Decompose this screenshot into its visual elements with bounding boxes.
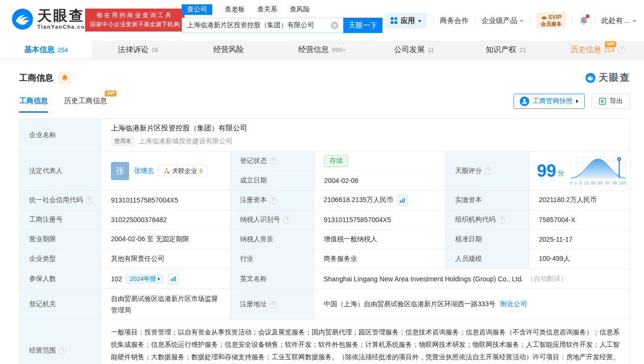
tab-business-info[interactable]: 经营信息999+ [276,41,368,59]
score-distribution-chart: 0131550859799100 [570,157,626,185]
search-area: 查公司 查老板 查关系 查风险 天眼一下 [182,4,382,33]
header-nav: 应用 商务合作 企业级产品 SVIP 会员服务 [385,12,636,29]
status-badge: 存续 [324,155,348,167]
help-icon[interactable]: ? [498,216,505,224]
help-icon[interactable]: ? [283,216,290,224]
industry-cell: 商务服务业 [314,249,445,268]
subsection-header: 工商信息 VIP 历史工商信息 工商官网快照 导出 [0,84,644,113]
tianyancha-logo[interactable]: 天眼查 TianYanCha.com [11,8,90,30]
divider [530,17,530,24]
legal-rep-avatar[interactable]: 张 [111,162,129,180]
address-cell: 中国（上海）自由贸易试验区临港新片区环湖西一路333号 附近公司 [314,289,630,320]
approval-date-cell: 2025-11-17 [529,230,630,249]
section-header: 工商信息 天眼查 [0,60,644,84]
help-icon[interactable]: ? [270,301,277,308]
auto-translate-note: （自动翻译） [527,275,567,283]
paid-capital-label: 实缴资本 [445,191,529,210]
promo-banner: 都在用的商业查询工具 国家中小企业发展子基金旗下机构 [85,9,185,32]
subtab-business-registration[interactable]: 工商信息 [19,96,48,113]
vip-badge: VIP [605,41,617,47]
taxpayer-quality-label: 纳税人资质 [230,230,314,249]
capital-chart-icon[interactable] [397,195,408,205]
tab-history-info[interactable]: VIP 历史信息214 ? [552,41,644,59]
reg-status-cell: 存续 [314,151,445,171]
search-input[interactable] [182,18,343,33]
svip-membership-badge[interactable]: SVIP 会员服务 [536,12,566,29]
tab-operation-risk[interactable]: 经营风险 [184,41,276,59]
help-icon[interactable]: ? [485,167,492,174]
tianyancha-watermark: 天眼查 [585,71,630,84]
notifications-bell[interactable] [579,16,589,25]
divider [475,17,475,24]
search-button[interactable]: 天眼一下 [343,18,382,33]
paid-capital-cell: 2021180.2万人民币 [529,191,630,210]
table-row: 经营范围? 一般项目：投资管理；以自有资金从事投资活动；会议及展览服务；国内贸易… [20,320,630,364]
search-tab-relation[interactable]: 查关系 [257,4,277,15]
nearby-companies-link[interactable]: 附近公司 [500,300,527,309]
table-row: 统一社会信用代码? 9131011575857004X5 注册资本? 21066… [20,191,630,210]
user-account-menu[interactable]: 此处有… [601,16,636,25]
reg-number-cell: 310225000378482 [101,210,230,229]
help-icon[interactable]: ? [86,197,93,204]
registry-cell: 自由贸易试验区临港新片区市场监督管理局 [101,289,230,320]
credit-code-cell: 9131011575857004X5 [101,191,230,210]
company-type-label: 企业类型 [20,249,101,268]
promo-line2: 国家中小企业发展子基金旗下机构 [90,20,180,29]
insured-chart-icon[interactable] [168,274,178,284]
approval-date-label: 核准日期 [445,230,529,249]
tab-company-development[interactable]: 公司发展11 [368,41,460,59]
reg-status-label: 登记状态? [230,151,314,171]
english-name-cell: Shanghai Lingang New Area Investment Hol… [314,269,630,289]
apps-label: 应用 [401,16,415,25]
legal-rep-name-link[interactable]: 张继志 [134,167,154,175]
score-axis: 0131550859799100 [570,181,626,185]
company-section-tabs: 基本信息254 法律诉讼16 经营风险 经营信息999+ 公司发展11 知识产权… [0,41,644,60]
table-row: 企业名称 上海临港新片区投资控股（集团）有限公司 曾用名 上海临港新城投资建设有… [20,119,630,151]
reg-capital-cell: 2106618.2135万人民币 [314,191,445,210]
tab-legal-litigation[interactable]: 法律诉讼16 [92,41,184,59]
monitor-bell-button[interactable] [58,72,71,84]
org-code-label: 组织机构代码? [445,210,529,229]
stamp-icon [520,96,529,106]
divider [572,17,573,24]
legal-rep-cell: 张 张继志 关联企业 6 [101,151,230,190]
help-icon[interactable]: ? [270,197,277,204]
legal-rep-label: 法定代表人 [20,151,101,190]
help-icon[interactable]: ? [59,347,66,354]
notification-dot [586,14,589,18]
address-label: 注册地址? [230,289,314,320]
brand-domain: TianYanCha.com [37,24,90,30]
tab-basic-info[interactable]: 基本信息254 [0,41,92,59]
search-tab-boss[interactable]: 查老板 [225,4,245,15]
search-tab-risk[interactable]: 查风险 [290,4,310,15]
insured-count-cell: 102 2024年报 [101,269,230,289]
search-tab-company[interactable]: 查公司 [182,4,212,15]
export-button[interactable]: 导出 [591,94,630,109]
official-snapshot-button[interactable]: 工商官网快照 [513,94,585,109]
staff-size-label: 人员规模 [445,249,529,268]
nav-enterprise-products[interactable]: 企业级产品 [481,16,524,25]
taxpayer-quality-cell: 增值税一般纳税人 [314,230,445,249]
industry-label: 行业 [230,249,314,268]
company-name-label: 企业名称 [20,119,101,151]
score-value: 99 [537,161,556,181]
reg-capital-label: 注册资本? [230,191,314,210]
tianyan-score-cell[interactable]: 99 分 [529,151,630,190]
nav-business-cooperation[interactable]: 商务合作 [440,16,469,25]
company-name: 上海临港新片区投资控股（集团）有限公司 [111,124,623,133]
related-companies-badge[interactable]: 关联企业 6 [159,165,207,177]
subtab-history-registration[interactable]: VIP 历史工商信息 [64,96,107,113]
help-icon[interactable]: ? [618,46,625,54]
page: 天眼查 TianYanCha.com 都在用的商业查询工具 国家中小企业发展子基… [0,0,644,364]
business-registration-table: 企业名称 上海临港新片区投资控股（集团）有限公司 曾用名 上海临港新城投资建设有… [19,118,630,364]
business-scope-label: 经营范围? [20,320,101,364]
chevron-down-icon [418,20,422,22]
org-code-cell: 75857004-X [529,210,630,229]
tab-intellectual-property[interactable]: 知识产权21 [460,41,552,59]
annual-report-badge[interactable]: 2024年报 [126,274,164,284]
clear-search-icon[interactable] [331,21,338,29]
help-icon[interactable]: ? [270,158,277,165]
divider [595,17,595,24]
top-header: 天眼查 TianYanCha.com 都在用的商业查询工具 国家中小企业发展子基… [0,0,644,41]
apps-menu[interactable]: 应用 [385,13,427,29]
